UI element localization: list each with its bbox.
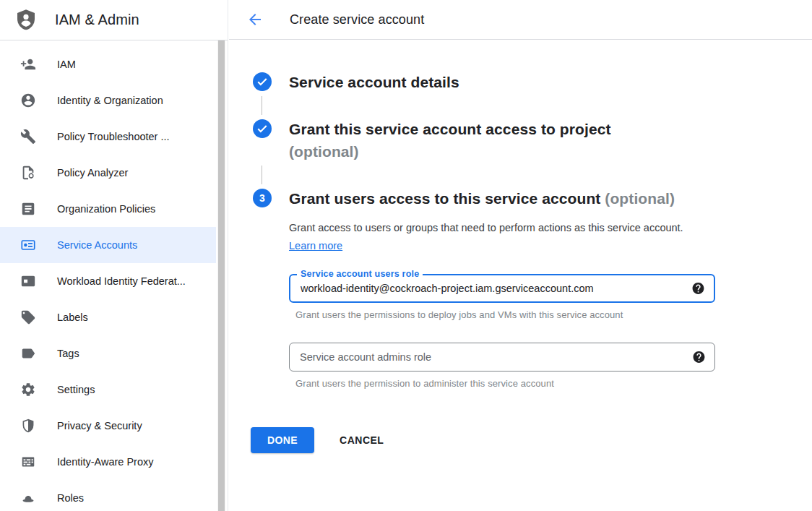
app-title: IAM & Admin xyxy=(55,12,139,28)
sidebar-item-policy-analyzer[interactable]: Policy Analyzer xyxy=(0,155,216,191)
step-title-text: Grant this service account access to pro… xyxy=(289,121,611,137)
sidebar-item-label: Organization Policies xyxy=(57,203,155,215)
optional-label: (optional) xyxy=(605,190,675,207)
sidebar-item-identity-organization[interactable]: Identity & Organization xyxy=(0,82,216,119)
sidebar-item-privacy-security[interactable]: Privacy & Security xyxy=(0,408,216,444)
main-panel: Create service account Service account d… xyxy=(229,0,812,511)
sidebar-item-roles[interactable]: Roles xyxy=(0,480,216,511)
card-icon xyxy=(20,273,36,289)
help-circle-icon[interactable] xyxy=(692,351,706,364)
sidebar: IAM & Admin IAMIdentity & OrganizationPo… xyxy=(0,0,228,511)
sidebar-item-label: Tags xyxy=(57,348,79,359)
sidebar-header: IAM & Admin xyxy=(0,0,228,40)
sidebar-item-identity-aware-proxy[interactable]: Identity-Aware Proxy xyxy=(0,444,216,480)
proxy-grid-icon xyxy=(20,454,36,470)
wrench-icon xyxy=(20,129,36,145)
sidebar-scrollbar[interactable] xyxy=(217,40,225,511)
article-icon xyxy=(20,201,36,217)
step-title-text: Grant users access to this service accou… xyxy=(289,190,600,207)
learn-more-link[interactable]: Learn more xyxy=(289,240,342,252)
sidebar-item-service-accounts[interactable]: Service Accounts xyxy=(0,227,216,263)
sidebar-nav: IAMIdentity & OrganizationPolicy Trouble… xyxy=(0,40,216,511)
sidebar-item-label: Workload Identity Federat... xyxy=(57,275,186,287)
tag-arrow-icon xyxy=(20,345,36,361)
gear-icon xyxy=(20,382,36,398)
page-title: Create service account xyxy=(290,12,424,27)
sidebar-item-workload-identity-federat[interactable]: Workload Identity Federat... xyxy=(0,263,216,299)
sidebar-item-label: Privacy & Security xyxy=(57,420,142,431)
wizard: Service account details Grant this servi… xyxy=(229,40,812,453)
field-helper-text: Grant users the permissions to deploy jo… xyxy=(295,309,812,320)
sidebar-item-labels[interactable]: Labels xyxy=(0,299,216,335)
wizard-step-3: 3 Grant users access to this service acc… xyxy=(253,187,812,210)
sidebar-item-label: Identity-Aware Proxy xyxy=(57,456,154,468)
step-connector xyxy=(262,96,812,115)
step-3-body: Grant access to users or groups that nee… xyxy=(289,219,812,389)
step-title-text: Service account details xyxy=(289,74,459,90)
check-circle-icon xyxy=(253,72,272,91)
label-tag-icon xyxy=(20,309,36,325)
sidebar-item-label: Identity & Organization xyxy=(57,95,163,106)
step-description-text: Grant access to users or groups that nee… xyxy=(289,222,683,233)
sidebar-scrollbar-thumb[interactable] xyxy=(218,40,225,511)
service-account-admins-role-field xyxy=(289,343,715,372)
sidebar-item-settings[interactable]: Settings xyxy=(0,372,216,408)
sidebar-item-label: Policy Troubleshooter ... xyxy=(57,131,170,142)
check-circle-icon xyxy=(253,119,272,138)
service-account-key-icon xyxy=(20,237,36,253)
sidebar-item-label: IAM xyxy=(57,59,76,70)
step-number-badge: 3 xyxy=(253,189,272,207)
back-arrow-icon[interactable] xyxy=(246,11,264,28)
done-button[interactable]: DONE xyxy=(251,427,314,453)
wizard-step-2: Grant this service account access to pro… xyxy=(253,118,812,163)
sidebar-item-label: Roles xyxy=(57,492,84,504)
step-title: Grant this service account access to pro… xyxy=(289,118,611,163)
shield-person-icon xyxy=(14,7,38,33)
step-description: Grant access to users or groups that nee… xyxy=(289,219,697,255)
document-gear-icon xyxy=(20,165,36,181)
field-helper-text: Grant users the permission to administer… xyxy=(295,378,812,389)
sidebar-item-policy-troubleshooter[interactable]: Policy Troubleshooter ... xyxy=(0,119,216,155)
sidebar-item-iam[interactable]: IAM xyxy=(0,46,216,82)
page-header: Create service account xyxy=(229,0,812,40)
wizard-step-1: Service account details xyxy=(253,71,812,93)
sidebar-item-label: Policy Analyzer xyxy=(57,167,128,179)
sidebar-item-label: Labels xyxy=(57,312,88,323)
account-circle-icon xyxy=(20,93,36,108)
optional-label: (optional) xyxy=(289,140,611,163)
sidebar-item-organization-policies[interactable]: Organization Policies xyxy=(0,191,216,227)
service-account-users-role-field: Service account users role xyxy=(289,274,715,303)
sidebar-item-label: Service Accounts xyxy=(57,239,137,251)
cancel-button[interactable]: CANCEL xyxy=(340,434,384,446)
step-number: 3 xyxy=(253,189,272,207)
sidebar-item-tags[interactable]: Tags xyxy=(0,335,216,372)
service-account-users-role-input[interactable] xyxy=(290,275,682,301)
help-circle-icon[interactable] xyxy=(691,282,705,296)
hat-icon xyxy=(20,490,36,506)
step-title: Grant users access to this service accou… xyxy=(289,187,675,210)
shield-half-icon xyxy=(20,418,36,434)
service-account-admins-role-input[interactable] xyxy=(290,343,683,371)
person-add-icon xyxy=(20,56,36,72)
sidebar-item-label: Settings xyxy=(57,384,95,395)
action-buttons: DONE CANCEL xyxy=(251,427,812,453)
step-connector xyxy=(262,166,812,184)
step-title: Service account details xyxy=(289,71,459,93)
